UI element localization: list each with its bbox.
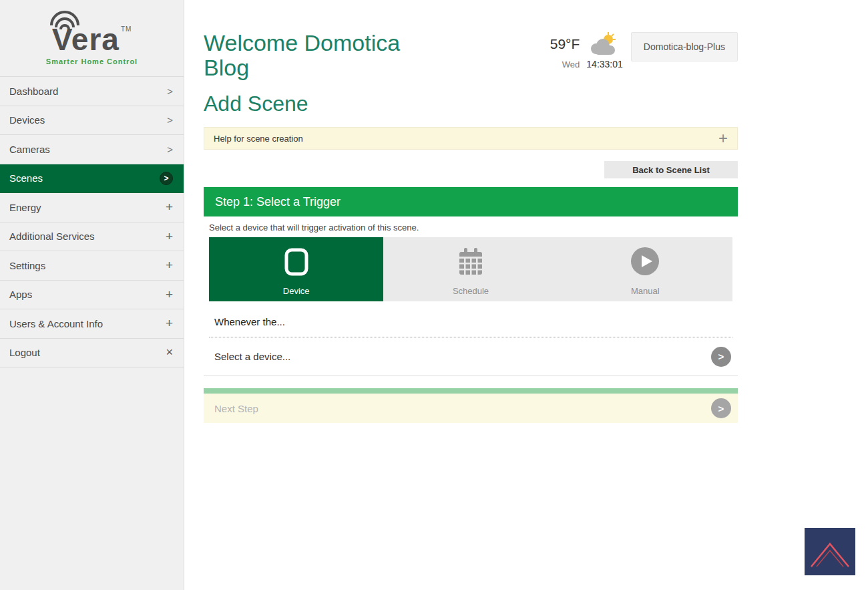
back-to-scene-list-button[interactable]: Back to Scene List [604, 161, 738, 178]
chevron-right-icon: > [167, 114, 173, 126]
step-title: Step 1: Select a Trigger [215, 195, 341, 209]
sidebar-menu: Dashboard > Devices > Cameras > Scenes >… [0, 76, 184, 367]
help-accordion[interactable]: Help for scene creation + [204, 127, 738, 150]
brand-tagline: Smarter Home Control [46, 57, 138, 65]
plus-icon: + [166, 200, 173, 214]
weather-sun-cloud-icon [586, 32, 617, 56]
controller-name: Domotica-blog-Plus [644, 41, 725, 52]
trigger-tile-device[interactable]: Device [209, 237, 383, 301]
page-header: Welcome Domotica Blog 59°F [204, 31, 738, 80]
main-area: Welcome Domotica Blog 59°F [184, 0, 868, 590]
sidebar-item-energy[interactable]: Energy + [0, 193, 184, 223]
welcome-title: Welcome Domotica Blog [204, 31, 424, 80]
chevron-right-circle-icon: > [160, 172, 173, 185]
sidebar-item-devices[interactable]: Devices > [0, 106, 184, 136]
plus-icon: + [166, 258, 173, 273]
sidebar-item-apps[interactable]: Apps + [0, 281, 184, 310]
select-device-row[interactable]: Select a device... > [204, 337, 738, 376]
status-cluster: 59°F [550, 32, 738, 69]
weather-block: 59°F [550, 32, 623, 69]
next-step-row[interactable]: Next Step > [204, 394, 738, 423]
sidebar-item-users-account[interactable]: Users & Account Info + [0, 309, 184, 339]
sidebar-item-cameras[interactable]: Cameras > [0, 135, 184, 164]
sidebar-item-logout[interactable]: Logout × [0, 339, 184, 368]
trademark: TM [121, 25, 132, 33]
select-device-chevron-button[interactable]: > [711, 347, 731, 367]
sidebar-item-label: Cameras [9, 144, 50, 155]
back-row: Back to Scene List [204, 161, 738, 178]
sidebar-item-label: Devices [9, 114, 45, 126]
next-step-chevron-button[interactable]: > [711, 398, 731, 418]
sidebar-item-label: Apps [9, 289, 32, 300]
plus-icon: + [166, 229, 173, 244]
trigger-type-selector: Device [209, 237, 732, 301]
weekday-label: Wed [562, 59, 580, 69]
sidebar-item-additional-services[interactable]: Additional Services + [0, 223, 184, 252]
wifi-arcs-icon [47, 11, 82, 33]
clock-time: 14:33:01 [586, 59, 623, 69]
trigger-tile-label: Manual [631, 286, 660, 296]
calendar-icon [456, 247, 485, 280]
page-title: Add Scene [204, 92, 738, 116]
sidebar-item-settings[interactable]: Settings + [0, 251, 184, 281]
trigger-tile-schedule[interactable]: Schedule [383, 237, 558, 301]
sidebar-item-label: Logout [9, 347, 40, 358]
step-description: Select a device that will trigger activa… [209, 223, 738, 233]
chevron-right-icon: > [167, 86, 173, 97]
trigger-tile-label: Device [283, 286, 310, 296]
select-device-label: Select a device... [214, 351, 290, 362]
sidebar-item-scenes[interactable]: Scenes > [0, 164, 184, 194]
sidebar-item-label: Energy [9, 202, 41, 213]
whenever-label: Whenever the... [214, 316, 738, 327]
help-label: Help for scene creation [214, 134, 303, 144]
close-icon: × [166, 345, 173, 359]
sidebar-item-label: Additional Services [9, 231, 95, 242]
sidebar-item-label: Scenes [9, 172, 43, 184]
device-icon [281, 247, 312, 280]
sidebar-item-label: Users & Account Info [9, 318, 103, 329]
sidebar-item-dashboard[interactable]: Dashboard > [0, 77, 184, 106]
expand-plus-icon[interactable]: + [718, 130, 728, 146]
trigger-tile-manual[interactable]: Manual [558, 237, 732, 301]
chevron-right-icon: > [167, 144, 173, 155]
chevron-up-icon [809, 536, 851, 568]
temperature-value: 59°F [550, 36, 580, 52]
scroll-to-top-button[interactable] [805, 528, 855, 575]
next-step-label: Next Step [214, 403, 258, 414]
wizard-progress-bar [204, 388, 738, 394]
sidebar: VeraTM Smarter Home Control Dashboard > … [0, 0, 184, 590]
plus-icon: + [166, 287, 173, 302]
sidebar-item-label: Dashboard [9, 86, 58, 97]
trigger-tile-label: Schedule [453, 286, 489, 296]
controller-selector[interactable]: Domotica-blog-Plus [631, 32, 738, 61]
play-circle-icon [630, 247, 660, 279]
sidebar-item-label: Settings [9, 260, 45, 271]
app-window: VeraTM Smarter Home Control Dashboard > … [0, 0, 868, 590]
step-header: Step 1: Select a Trigger [204, 187, 738, 216]
vera-logo[interactable]: VeraTM Smarter Home Control [46, 15, 138, 65]
plus-icon: + [166, 316, 173, 331]
